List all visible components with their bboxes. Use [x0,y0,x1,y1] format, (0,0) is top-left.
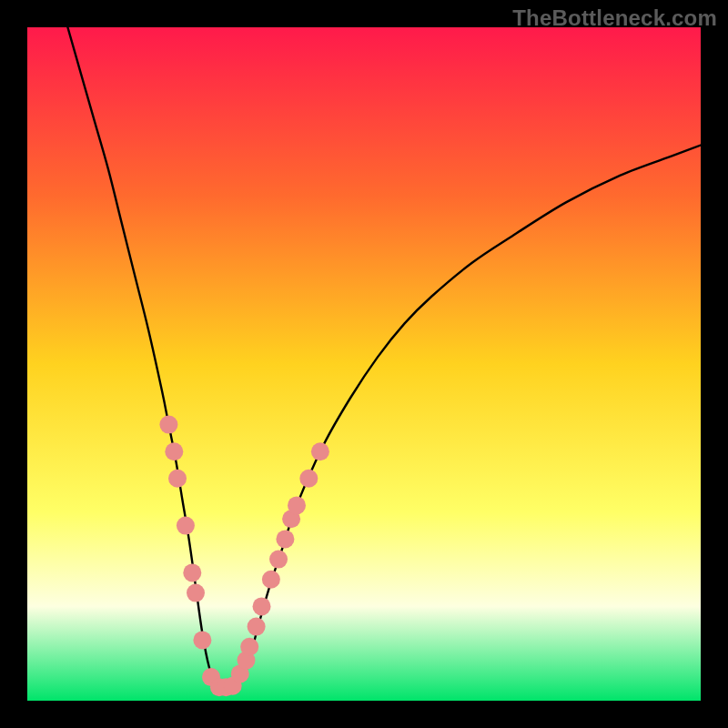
curve-marker [183,563,201,581]
chart-frame: TheBottleneck.com [0,0,728,728]
curve-marker [253,597,271,615]
plot-svg [27,27,701,701]
curve-marker [177,517,195,535]
curve-marker [276,530,294,548]
curve-marker [248,618,266,636]
curve-marker [269,551,288,569]
curve-marker [288,496,306,514]
curve-marker [299,470,318,488]
plot-area [27,27,701,701]
curve-marker [240,638,258,656]
gradient-background [27,27,701,701]
curve-marker [165,442,183,460]
curve-marker [193,631,211,649]
curve-marker [262,571,280,589]
curve-marker [168,470,187,488]
curve-marker [159,416,177,434]
curve-marker [187,584,205,602]
curve-marker [311,442,329,460]
